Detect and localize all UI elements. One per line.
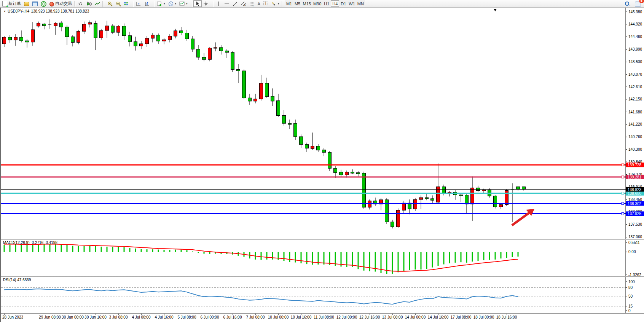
chart-shift-button[interactable]	[143, 0, 151, 7]
time-tick	[164, 314, 164, 315]
zoom-out-button[interactable]	[114, 0, 123, 7]
new-order-icon	[2, 1, 7, 6]
channel-icon: E	[241, 1, 246, 6]
time-label: 12 Jul 00:00	[336, 315, 357, 319]
tf-h1-button[interactable]: H1	[322, 0, 331, 7]
cursor-button[interactable]	[193, 0, 202, 7]
time-tick	[73, 314, 73, 315]
tile-windows-button[interactable]	[123, 0, 130, 7]
time-tick	[415, 314, 416, 315]
tf-m5-button[interactable]: M5	[293, 0, 302, 7]
notification-badge: 1	[639, 0, 644, 3]
tf-w1-button[interactable]: W1	[348, 0, 356, 7]
toolbar-separator	[190, 1, 193, 7]
hline-price-badge-text: 139.728	[628, 163, 642, 167]
bar-chart-button[interactable]	[77, 0, 85, 7]
time-label: 17 Jul 08:00	[451, 315, 472, 319]
search-button[interactable]	[623, 0, 631, 7]
data-window-icon	[32, 2, 38, 6]
price-tick-label: 144.920	[628, 22, 642, 26]
hline-handle[interactable]	[622, 192, 624, 194]
tf-d1-button[interactable]: D1	[339, 0, 348, 7]
hline-handle[interactable]	[622, 176, 624, 178]
time-label: 6 Jul 00:00	[201, 315, 219, 319]
rsi-canvas[interactable]: 1008050150	[1, 277, 644, 313]
rsi-pane[interactable]: 1008050150 RSI(14) 47.6339	[1, 277, 644, 313]
time-label: 13 Jul 08:00	[382, 315, 403, 319]
time-tick	[438, 314, 438, 315]
time-tick	[392, 314, 393, 315]
toolbar-separator	[152, 1, 155, 7]
data-window-icon-button[interactable]	[31, 0, 39, 7]
crosshair-icon	[203, 1, 209, 6]
main-chart-canvas[interactable]: 145.380144.920144.460143.990143.530143.0…	[1, 8, 644, 239]
tf-m1-button[interactable]: M1	[285, 0, 293, 7]
new-chart-button[interactable]: ▾	[155, 0, 167, 7]
macd-label: MACD(12,26,9) -0.2716 -0.4198	[3, 241, 57, 245]
chart-window: 145.380144.920144.460143.990143.530143.0…	[0, 8, 644, 322]
hline-handle[interactable]	[622, 164, 624, 166]
trendline-icon	[233, 1, 238, 6]
time-tick	[301, 314, 301, 315]
new-order-button[interactable]: 新订单	[1, 0, 22, 7]
notifications-button[interactable]: 1	[633, 0, 642, 7]
time-label: 5 Jul 08:00	[178, 315, 196, 319]
time-axis[interactable]: 28 Jun 202329 Jun 08:0030 Jun 00:0030 Ju…	[1, 313, 644, 322]
rsi-tick-label: 100	[628, 280, 635, 284]
time-tick	[118, 314, 119, 315]
collapse-triangle-icon[interactable]: ▼	[3, 10, 6, 13]
autotrading-label: 自动交易	[55, 1, 72, 6]
price-tick-label: 141.680	[628, 110, 642, 114]
tf-m30-button[interactable]: M30	[312, 0, 322, 7]
horizontal-line-button[interactable]	[223, 0, 231, 7]
time-label: 28 Jun 2023	[2, 315, 23, 319]
time-tick	[50, 314, 50, 315]
macd-canvas[interactable]: 0.55110.00-1.3262	[1, 240, 644, 276]
hline-price-badge-text: 138.680	[628, 191, 642, 196]
time-tick	[255, 314, 256, 315]
trendline-button[interactable]	[231, 0, 239, 7]
search-icon	[625, 1, 630, 6]
autotrading-button[interactable]: 自动交易	[48, 0, 73, 7]
channel-button[interactable]: E	[239, 0, 248, 7]
time-tick	[324, 314, 324, 315]
text-tool-button[interactable]: A	[256, 0, 262, 7]
price-tick-label: 143.990	[628, 47, 642, 51]
signals-icon-button[interactable]	[39, 0, 48, 7]
bid-price-badge-text: 138.823	[628, 188, 642, 192]
hline-handle[interactable]	[622, 212, 624, 215]
crosshair-button[interactable]	[202, 0, 210, 7]
indicators-button[interactable]: ▾	[178, 0, 189, 7]
line-chart-button[interactable]	[93, 0, 102, 7]
chart-shift-marker[interactable]	[494, 9, 497, 11]
text-tool-icon: A	[258, 2, 260, 6]
tf-h4-button[interactable]: H4	[331, 0, 339, 7]
zoom-in-button[interactable]	[106, 0, 114, 7]
auto-scroll-button[interactable]	[134, 0, 143, 7]
time-tick	[347, 314, 347, 315]
candle-chart-button[interactable]	[85, 0, 93, 7]
vertical-line-button[interactable]	[214, 0, 223, 7]
tf-m15-button[interactable]: M15	[302, 0, 312, 7]
period-button[interactable]: ▾	[167, 0, 178, 7]
macd-tick-label: 0.5511	[628, 241, 640, 245]
fibonacci-button[interactable]: F	[248, 0, 256, 7]
time-label: 4 Jul 16:00	[155, 315, 174, 319]
price-tick-label: 138.450	[628, 198, 642, 202]
price-tick-label: 137.530	[628, 222, 642, 226]
time-label: 30 Jun 16:00	[84, 315, 107, 319]
time-tick	[210, 314, 210, 315]
main-chart-pane[interactable]: 145.380144.920144.460143.990143.530143.0…	[1, 8, 644, 239]
time-label: 10 Jul 16:00	[291, 315, 312, 319]
price-tick-label: 141.220	[628, 122, 642, 126]
timeframe-group: M1 M5 M15 M30 H1 H4 D1 W1 MN	[285, 0, 365, 7]
arrows-tool-button[interactable]: ▾	[269, 0, 281, 7]
label-tool-button[interactable]: T	[262, 0, 269, 7]
macd-pane[interactable]: 0.55110.00-1.3262 MACD(12,26,9) -0.2716 …	[1, 240, 644, 276]
market-watch-icon-button[interactable]	[22, 0, 31, 7]
time-label: 3 Jul 08:00	[109, 315, 128, 319]
tf-mn-button[interactable]: MN	[356, 0, 365, 7]
time-label: 6 Jul 16:00	[223, 315, 242, 319]
hline-handle[interactable]	[622, 202, 624, 205]
time-label: 29 Jun 08:00	[39, 315, 61, 319]
